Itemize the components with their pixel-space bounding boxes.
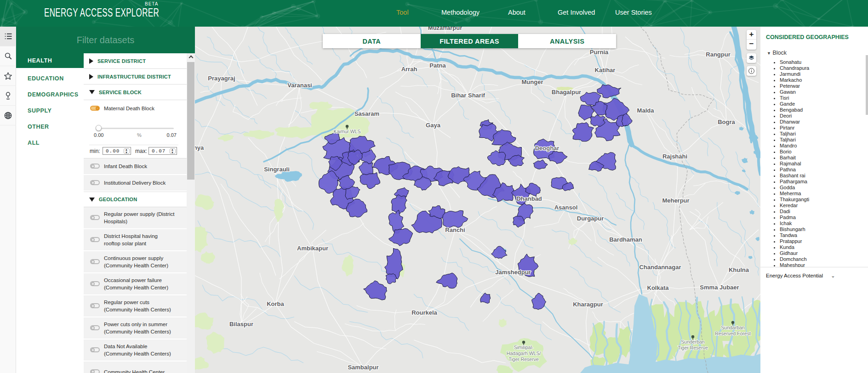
svg-text:Bardhaman: Bardhaman — [609, 236, 642, 243]
svg-text:Munger: Munger — [522, 79, 543, 85]
svg-text:Gaya: Gaya — [426, 122, 441, 129]
svg-text:Muzaffarpur: Muzaffarpur — [428, 27, 462, 31]
svg-text:Bihar Sharif: Bihar Sharif — [451, 92, 485, 99]
svg-text:Hadagarh WLS/: Hadagarh WLS/ — [507, 350, 541, 356]
svg-text:Korba: Korba — [267, 300, 284, 307]
svg-text:Similipal-: Similipal- — [514, 345, 534, 350]
svg-text:Rajshahi: Rajshahi — [662, 153, 687, 160]
svg-text:Tiger Reserve: Tiger Reserve — [508, 356, 539, 362]
svg-text:Asansol: Asansol — [554, 204, 578, 211]
svg-text:Kolkata: Kolkata — [647, 284, 669, 291]
svg-text:Sambalpur: Sambalpur — [348, 364, 378, 371]
svg-text:Prayagraj: Prayagraj — [208, 75, 235, 82]
svg-text:Chandannagar: Chandannagar — [639, 264, 681, 271]
svg-text:Dhanbad: Dhanbad — [516, 195, 542, 202]
svg-text:Khulna: Khulna — [729, 266, 749, 273]
svg-text:Reserved Forest: Reserved Forest — [715, 331, 751, 336]
svg-text:Malda: Malda — [637, 107, 655, 114]
svg-text:Rangpur: Rangpur — [706, 51, 730, 58]
svg-text:Patna: Patna — [429, 62, 446, 69]
svg-text:Durgapur: Durgapur — [577, 215, 604, 222]
svg-text:Bhagalpur: Bhagalpur — [552, 89, 581, 96]
svg-text:Ranchi: Ranchi — [445, 226, 465, 233]
svg-text:Bogra: Bogra — [718, 119, 735, 125]
svg-text:Katihar: Katihar — [595, 67, 616, 73]
svg-text:hya: hya — [195, 144, 204, 151]
svg-text:Jamshedpur: Jamshedpur — [495, 269, 531, 276]
svg-text:Arrah: Arrah — [401, 66, 417, 73]
svg-text:Ambikapur: Ambikapur — [297, 245, 328, 252]
svg-text:Purnia: Purnia — [590, 49, 609, 56]
svg-text:Kaimur WLS: Kaimur WLS — [334, 129, 361, 134]
svg-text:Varanasi: Varanasi — [287, 82, 312, 89]
svg-text:Meherpur: Meherpur — [662, 197, 689, 204]
svg-text:Sasaram: Sasaram — [354, 110, 379, 117]
svg-text:Sundarban: Sundarban — [721, 325, 745, 330]
svg-text:Deoghar: Deoghar — [535, 145, 560, 152]
svg-text:Tiger Reserve: Tiger Reserve — [678, 345, 708, 350]
svg-text:Sunderban: Sunderban — [681, 339, 705, 345]
svg-text:Smma Jubaer: Smma Jubaer — [700, 284, 739, 291]
svg-text:Kharagpur: Kharagpur — [573, 301, 603, 308]
svg-text:Bilaspur: Bilaspur — [229, 321, 253, 328]
svg-text:Rourkela: Rourkela — [411, 309, 437, 316]
svg-text:Singrauli: Singrauli — [264, 166, 290, 173]
